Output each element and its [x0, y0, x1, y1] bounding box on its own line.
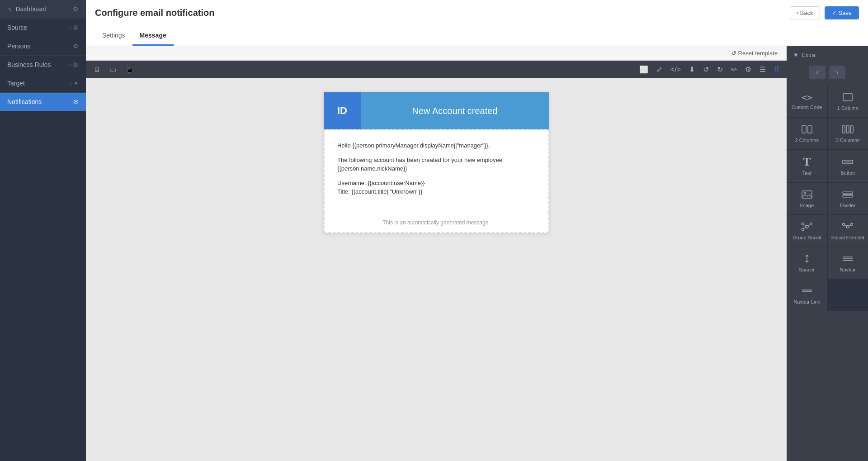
panel-item-1-column[interactable]: 1 Column — [828, 86, 868, 117]
svg-rect-4 — [846, 126, 849, 133]
divider-icon — [841, 189, 854, 200]
svg-line-18 — [808, 225, 810, 226]
panel-prev-button[interactable]: ‹ — [809, 66, 826, 79]
panel-item-2-columns[interactable]: 2 Columns — [787, 118, 827, 149]
panel-item-label: Group Social — [793, 235, 821, 240]
email-banner: ID New Account created — [324, 92, 549, 129]
code-icon[interactable]: </> — [669, 65, 683, 75]
email-footer: This is an automatically generated messa… — [324, 213, 549, 233]
menu-icon[interactable]: ☰ — [758, 64, 768, 75]
svg-rect-1 — [802, 126, 806, 133]
group-social-icon — [801, 221, 813, 232]
panel-item-custom-code[interactable]: <> Custom Code — [787, 86, 827, 117]
svg-point-14 — [802, 223, 804, 225]
sidebar-item-label: Persons — [7, 43, 30, 50]
email-banner-title: New Account created — [361, 106, 549, 116]
svg-rect-8 — [802, 191, 812, 198]
reset-bar: ↺ Reset template — [86, 46, 787, 61]
back-button[interactable]: ‹ Back — [790, 6, 820, 19]
panel-items-grid: <> Custom Code 1 Column 2 Colum — [787, 86, 868, 311]
email-greeting: Hello {{person.primaryManager.displayNam… — [337, 141, 535, 150]
mobile-icon[interactable]: 📱 — [123, 64, 136, 75]
gear-icon: ⚙ — [73, 24, 79, 31]
device-switchers: 🖥 ▭ 📱 — [91, 64, 136, 75]
settings-icon[interactable]: ⚙ — [743, 64, 753, 75]
undo-icon[interactable]: ↺ — [701, 64, 711, 75]
tablet-icon[interactable]: ▭ — [108, 64, 118, 75]
sidebar-item-target[interactable]: Target ‹ ✦ — [0, 74, 86, 93]
email-id-badge: ID — [324, 92, 361, 129]
tab-message[interactable]: Message — [132, 26, 174, 46]
gear-icon: ⚙ — [73, 43, 79, 50]
grid-icon[interactable]: ⠿ — [772, 64, 781, 75]
sidebar-item-persons[interactable]: Persons ⚙ — [0, 37, 86, 56]
custom-code-icon: <> — [802, 93, 812, 102]
reset-template-button[interactable]: ↺ Reset template — [731, 50, 778, 57]
svg-point-13 — [806, 225, 808, 228]
sidebar-item-label: Source — [7, 24, 27, 31]
button-icon — [841, 157, 854, 167]
panel-item-image[interactable]: Image — [787, 183, 827, 214]
panel-item-spacer[interactable]: Spacer — [787, 247, 827, 279]
chevron-left-icon: ‹ — [69, 24, 71, 31]
collapse-arrow-icon: ▼ — [793, 52, 799, 58]
redo-icon[interactable]: ↻ — [715, 64, 725, 75]
sidebar-item-source[interactable]: Source ‹ ⚙ — [0, 19, 86, 37]
panel-item-label: Spacer — [799, 267, 815, 272]
panel-item-divider[interactable]: Divider — [828, 183, 868, 214]
sidebar-item-business-rules[interactable]: Business Rules ‹ ⚙ — [0, 56, 86, 74]
gear-icon: ⚙ — [73, 61, 79, 68]
email-body-intro: The following account has been created f… — [337, 156, 535, 173]
svg-point-22 — [851, 223, 853, 226]
panel-nav: ‹ › — [787, 62, 868, 86]
email-template: ID New Account created Hello {{person.pr… — [323, 92, 549, 233]
page-title: Configure email notification — [95, 8, 214, 18]
panel-item-navbar[interactable]: Navbar — [828, 247, 868, 279]
chevron-left-icon: ‹ — [69, 62, 71, 68]
svg-line-24 — [849, 225, 851, 227]
panel-item-label: Navbar — [840, 267, 856, 272]
svg-rect-2 — [808, 126, 812, 133]
save-button[interactable]: ✓ Save — [825, 6, 859, 19]
pencil-icon[interactable]: ✏ — [729, 64, 739, 75]
panel-item-navbar-link[interactable]: Navbar Link — [787, 279, 827, 311]
svg-rect-5 — [850, 126, 853, 133]
panel-item-group-social[interactable]: Group Social — [787, 215, 827, 247]
email-body: Hello {{person.primaryManager.displayNam… — [324, 129, 549, 213]
svg-rect-11 — [843, 195, 853, 197]
sidebar-item-notifications[interactable]: Notifications ✉ — [0, 93, 86, 111]
panel-item-label: Divider — [840, 203, 855, 208]
sidebar-item-dashboard[interactable]: ⌂ Dashboard ⚙ — [0, 0, 86, 19]
panel-item-3-columns[interactable]: 3 Columns — [828, 118, 868, 149]
panel-item-button[interactable]: Button — [828, 150, 868, 182]
mail-icon: ✉ — [73, 98, 79, 105]
tab-settings[interactable]: Settings — [95, 26, 132, 46]
svg-line-17 — [804, 225, 806, 226]
fullscreen-icon[interactable]: ⤢ — [655, 64, 664, 75]
svg-point-20 — [846, 225, 849, 228]
panel-item-social-element[interactable]: Social Element — [828, 215, 868, 247]
panel-item-label: Text — [802, 171, 811, 176]
sidebar: ⌂ Dashboard ⚙ Source ‹ ⚙ Persons ⚙ Busin… — [0, 0, 86, 461]
1col-icon — [841, 92, 854, 103]
panel-section-extra: ▼ Extra — [787, 46, 868, 62]
email-body-details: Username: {{account.userName}}Title: {{a… — [337, 179, 535, 196]
navbar-icon — [841, 253, 854, 264]
desktop-icon[interactable]: 🖥 — [91, 65, 102, 75]
email-canvas: ID New Account created Hello {{person.pr… — [86, 78, 787, 461]
editor-toolbar: 🖥 ▭ 📱 ⬜ ⤢ </> ⬇ ↺ ↻ ✏ ⚙ ☰ ⠿ — [86, 61, 787, 78]
svg-rect-0 — [843, 94, 852, 101]
panel-next-button[interactable]: › — [829, 66, 845, 79]
tabs-bar: Settings Message — [86, 26, 868, 46]
spacer-icon — [801, 253, 813, 264]
panel-item-label: Button — [840, 170, 855, 176]
panel-item-text[interactable]: T Text — [787, 150, 827, 182]
panel-item-label: 3 Columns — [836, 138, 860, 143]
gear-icon: ⚙ — [73, 5, 79, 13]
frame-icon[interactable]: ⬜ — [637, 64, 650, 75]
panel-item-label: Custom Code — [792, 105, 822, 110]
page-header: Configure email notification ‹ Back ✓ Sa… — [86, 0, 868, 26]
chevron-left-icon: ‹ — [70, 80, 71, 86]
panel-item-label: Social Element — [831, 235, 864, 240]
download-icon[interactable]: ⬇ — [687, 64, 697, 75]
